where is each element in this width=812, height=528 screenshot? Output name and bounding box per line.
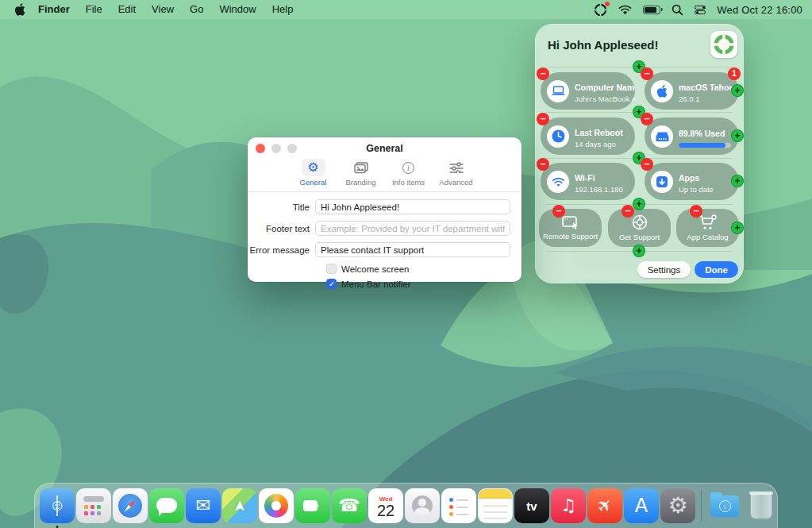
menu-help[interactable]: Help (264, 0, 302, 19)
clock-icon (547, 125, 569, 148)
music-dock-icon[interactable]: ♫ (551, 488, 586, 523)
settings-window: General ⚙ General Branding i Info items (248, 137, 521, 282)
rocket-dock-icon[interactable]: ✈ (587, 488, 622, 523)
add-tile-button[interactable]: + (731, 222, 744, 234)
error-message-field-label: Error message (248, 245, 310, 255)
notification-dot (605, 2, 610, 6)
menu-window[interactable]: Window (211, 0, 264, 19)
downloads-folder-dock-icon[interactable]: ↓ (707, 488, 742, 523)
apple-tv-dock-icon[interactable]: tv (514, 488, 549, 523)
tile-computer-name[interactable]: Computer Name John's MacBook Air (541, 72, 635, 110)
title-field-label: Title (248, 202, 310, 212)
remove-button-tile[interactable]: – (690, 205, 702, 218)
storage-progress-bar (679, 143, 731, 148)
spotlight-search-icon[interactable] (672, 4, 683, 16)
hard-drive-icon (651, 125, 673, 148)
add-tile-button[interactable]: + (731, 175, 744, 187)
remove-button-tile[interactable]: – (622, 205, 634, 218)
tab-branding[interactable]: Branding (341, 159, 381, 187)
menu-go[interactable]: Go (182, 0, 211, 19)
wifi-icon (547, 171, 569, 193)
dock-divider (701, 490, 702, 522)
support-app-icon (710, 31, 737, 58)
title-input[interactable] (315, 199, 510, 214)
safari-dock-icon[interactable] (113, 488, 148, 523)
finder-dock-icon[interactable] (40, 488, 75, 523)
tile-apps[interactable]: Apps Up to date (645, 163, 739, 200)
remove-tile-button[interactable]: – (641, 158, 653, 171)
remote-screen-icon (562, 216, 579, 229)
gear-icon: ⚙ (302, 159, 325, 176)
laptop-icon (547, 80, 569, 102)
photos-dock-icon[interactable] (259, 488, 294, 523)
sliders-icon (444, 159, 468, 176)
tile-storage[interactable]: 89.8% Used (645, 118, 739, 155)
remote-support-button[interactable]: Remote Support (539, 209, 602, 247)
system-settings-dock-icon[interactable]: ⚙ (660, 488, 695, 523)
remove-tile-button[interactable]: – (641, 67, 653, 80)
maps-dock-icon[interactable]: ➤ (222, 488, 257, 523)
add-item-button[interactable]: + (633, 245, 645, 257)
tab-general[interactable]: ⚙ General (294, 159, 333, 187)
apple-menu[interactable] (14, 3, 25, 16)
control-center-icon[interactable] (695, 5, 706, 15)
welcome-screen-checkbox[interactable] (326, 264, 337, 274)
get-support-button[interactable]: Get Support (608, 209, 671, 247)
remove-button-tile[interactable]: – (552, 205, 565, 218)
window-titlebar[interactable]: General (248, 137, 521, 156)
phone-dock-icon[interactable]: ☎ (332, 488, 367, 523)
messages-dock-icon[interactable] (149, 488, 184, 523)
tile-macos-version[interactable]: macOS Tahoe 26.0.1 (645, 72, 739, 110)
trash-dock-icon[interactable] (744, 488, 779, 523)
tile-wifi[interactable]: Wi-Fi 192.168.1.180 (541, 163, 635, 200)
zoom-button[interactable] (287, 144, 297, 153)
panel-done-button[interactable]: Done (695, 261, 738, 278)
panel-settings-button[interactable]: Settings (637, 261, 691, 278)
launchpad-dock-icon[interactable] (76, 488, 111, 523)
info-circle-icon: i (397, 159, 421, 176)
mail-dock-icon[interactable]: ✉ (186, 488, 221, 523)
app-update-icon (651, 171, 673, 193)
add-tile-button[interactable]: + (731, 129, 744, 142)
remove-tile-button[interactable]: – (641, 113, 653, 125)
welcome-screen-label: Welcome screen (341, 264, 409, 274)
remove-tile-button[interactable]: – (537, 67, 549, 80)
panel-greeting: Hi John Appleseed! (548, 38, 658, 52)
remove-tile-button[interactable]: – (537, 113, 549, 125)
dock: ✉ ➤ ☎ Wed 22 tv ♫ ✈ A ⚙ ↓ (34, 483, 778, 528)
menu-bar: Finder File Edit View Go Window Help (0, 0, 812, 19)
app-catalog-button[interactable]: App Catalog (676, 209, 739, 247)
tab-info-items[interactable]: i Info items (389, 159, 429, 187)
update-count-badge: 1 (728, 67, 741, 80)
minimize-button[interactable] (271, 144, 281, 153)
menu-edit[interactable]: Edit (110, 0, 144, 19)
facetime-dock-icon[interactable] (295, 488, 330, 523)
add-item-button[interactable]: + (633, 198, 645, 210)
wifi-status-icon[interactable] (618, 5, 632, 15)
lifebuoy-icon (632, 214, 648, 230)
support-panel: Hi John Appleseed! + + + + + Computer Na… (535, 24, 744, 283)
battery-status-icon[interactable] (643, 6, 660, 14)
menu-view[interactable]: View (144, 0, 182, 19)
apple-icon (651, 80, 673, 102)
tile-last-reboot[interactable]: Last Reboot 14 days ago (541, 118, 635, 155)
contacts-dock-icon[interactable] (405, 488, 440, 523)
menu-bar-notifier-checkbox[interactable] (326, 279, 337, 289)
cart-plus-icon (698, 214, 718, 230)
add-tile-button[interactable]: + (731, 84, 744, 97)
notes-dock-icon[interactable] (478, 488, 513, 523)
close-button[interactable] (256, 144, 265, 153)
footer-text-field-label: Footer text (248, 224, 310, 233)
calendar-dock-icon[interactable]: Wed 22 (368, 488, 403, 523)
menu-file[interactable]: File (78, 0, 110, 19)
error-message-input[interactable] (315, 242, 510, 257)
menu-finder[interactable]: Finder (30, 0, 78, 19)
app-store-dock-icon[interactable]: A (624, 488, 659, 523)
tab-advanced[interactable]: Advanced (437, 159, 476, 187)
footer-text-input[interactable] (315, 221, 510, 236)
image-icon (349, 159, 373, 176)
remove-tile-button[interactable]: – (537, 158, 549, 171)
menu-bar-clock[interactable]: Wed Oct 22 16:00 (717, 4, 802, 16)
reminders-dock-icon[interactable] (441, 488, 476, 523)
support-app-menu-icon[interactable] (594, 3, 607, 17)
